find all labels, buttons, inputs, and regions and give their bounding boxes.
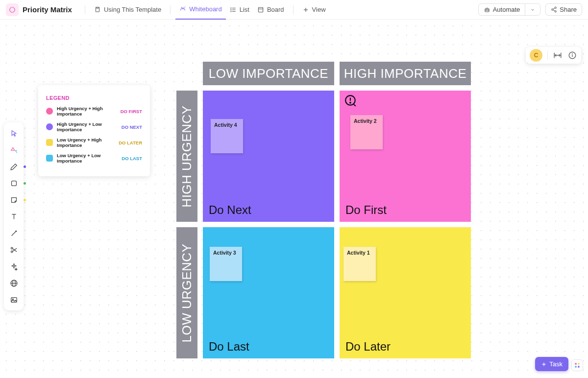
- automate-icon: [484, 6, 490, 13]
- legend-label: High Urgency + High Importance: [57, 106, 117, 117]
- pen-icon: [10, 163, 18, 171]
- apps-button[interactable]: [571, 359, 583, 371]
- svg-rect-27: [11, 297, 16, 302]
- connector-icon: [10, 229, 18, 237]
- whiteboard-canvas[interactable]: C LEGEND High Urgency + High Importance …: [0, 20, 588, 378]
- tool-text[interactable]: [6, 209, 22, 224]
- svg-line-20: [553, 10, 555, 11]
- page-title[interactable]: Priority Matrix: [23, 5, 72, 14]
- tool-shape[interactable]: [6, 175, 22, 191]
- legend-row: Low Urgency + High Importance DO LATER: [46, 137, 142, 148]
- svg-rect-21: [11, 181, 16, 186]
- add-view-button[interactable]: View: [298, 0, 330, 20]
- tab-board[interactable]: Board: [253, 0, 288, 20]
- quadrant-do-next[interactable]: Activity 4 Do Next: [203, 91, 334, 222]
- sticky-note[interactable]: Activity 2: [350, 115, 383, 149]
- tool-image[interactable]: [6, 292, 22, 307]
- task-button-label: Task: [549, 360, 563, 368]
- automate-dropdown[interactable]: Automate: [478, 3, 541, 16]
- share-button[interactable]: Share: [545, 3, 582, 16]
- automate-chevron[interactable]: [525, 4, 540, 15]
- tool-select[interactable]: [6, 125, 22, 141]
- sticky-icon: [10, 196, 18, 204]
- row-header-low-urgency[interactable]: LOW URGENCY: [176, 227, 197, 358]
- new-task-button[interactable]: Task: [535, 357, 568, 371]
- scissors-icon: [10, 246, 18, 254]
- legend-label: Low Urgency + High Importance: [57, 137, 115, 148]
- share-icon: [551, 6, 557, 13]
- plus-icon: [541, 361, 547, 367]
- legend-row: High Urgency + Low Importance DO NEXT: [46, 121, 142, 132]
- sticky-text: Activity 4: [214, 122, 237, 128]
- sticky-note[interactable]: Activity 4: [211, 119, 243, 153]
- tool-generate[interactable]: [6, 142, 22, 158]
- avatar[interactable]: C: [530, 49, 542, 62]
- cursor-icon: [10, 129, 18, 138]
- left-toolbar: [4, 122, 24, 310]
- info-icon: [568, 51, 577, 60]
- tab-whiteboard[interactable]: Whiteboard: [175, 0, 225, 20]
- svg-rect-42: [575, 366, 577, 368]
- tool-connector[interactable]: [6, 225, 22, 241]
- svg-point-34: [572, 54, 573, 54]
- plus-icon: [302, 6, 309, 13]
- legend-color-dot: [46, 155, 53, 162]
- tab-board-label: Board: [267, 6, 284, 13]
- square-icon: [10, 179, 18, 188]
- col-header-high-importance[interactable]: HIGH IMPORTANCE: [340, 62, 471, 85]
- quadrant-label: Do Later: [345, 340, 391, 354]
- svg-point-13: [486, 9, 487, 10]
- alert-icon: [344, 94, 357, 107]
- tool-sticky[interactable]: [6, 192, 22, 208]
- row-header-high-urgency[interactable]: HIGH URGENCY: [176, 91, 197, 222]
- text-icon: [10, 213, 18, 221]
- legend-card[interactable]: LEGEND High Urgency + High Importance DO…: [38, 85, 150, 176]
- col-header-low-importance[interactable]: LOW IMPORTANCE: [203, 62, 334, 85]
- svg-point-18: [555, 11, 556, 12]
- tab-whiteboard-label: Whiteboard: [189, 5, 221, 13]
- priority-matrix[interactable]: LOW IMPORTANCE HIGH IMPORTANCE HIGH URGE…: [176, 62, 471, 358]
- tool-ai[interactable]: [6, 259, 22, 274]
- quadrant-do-first[interactable]: Activity 2 Do First: [340, 91, 471, 222]
- globe-icon: [10, 279, 18, 287]
- matrix-row: LOW URGENCY Activity 3 Do Last Activity …: [176, 227, 471, 358]
- svg-rect-40: [575, 363, 577, 365]
- sticky-note[interactable]: Activity 3: [210, 247, 242, 281]
- svg-point-37: [350, 102, 351, 103]
- quadrant-label: Do First: [345, 203, 387, 217]
- svg-rect-1: [96, 7, 99, 11]
- legend-action: DO FIRST: [121, 109, 142, 114]
- legend-color-dot: [46, 123, 53, 130]
- header: Priority Matrix Using This Template Whit…: [0, 0, 588, 20]
- info-button[interactable]: [567, 50, 577, 60]
- legend-action: DO LATER: [119, 140, 142, 145]
- tab-list[interactable]: List: [226, 0, 253, 20]
- quadrant-do-later[interactable]: Activity 1 Do Later: [340, 227, 471, 358]
- automate-label: Automate: [493, 6, 520, 13]
- svg-point-16: [555, 7, 556, 8]
- quadrant-label: Do Last: [209, 340, 249, 354]
- quadrant-label: Do Next: [209, 203, 251, 217]
- tool-web[interactable]: [6, 275, 22, 291]
- sparkle-icon: [10, 262, 18, 271]
- separator: [547, 51, 548, 60]
- tool-scissors[interactable]: [6, 242, 22, 258]
- sticky-note[interactable]: Activity 1: [343, 247, 376, 281]
- tool-pen[interactable]: [6, 159, 22, 174]
- template-icon: [94, 6, 101, 13]
- whiteboard-icon: [179, 6, 186, 13]
- legend-title: LEGEND: [46, 95, 142, 101]
- automate-button[interactable]: Automate: [479, 4, 525, 15]
- using-template-link[interactable]: Using This Template: [90, 0, 165, 20]
- svg-point-7: [230, 11, 231, 11]
- svg-rect-8: [258, 7, 263, 12]
- svg-point-5: [230, 7, 231, 8]
- svg-rect-43: [578, 366, 580, 368]
- fit-width-button[interactable]: [553, 50, 563, 60]
- legend-color-dot: [46, 108, 53, 115]
- board-icon: [257, 6, 264, 13]
- using-template-label: Using This Template: [104, 6, 161, 13]
- quadrant-do-last[interactable]: Activity 3 Do Last: [203, 227, 334, 358]
- app-logo[interactable]: [6, 3, 19, 16]
- legend-label: High Urgency + Low Importance: [57, 121, 118, 132]
